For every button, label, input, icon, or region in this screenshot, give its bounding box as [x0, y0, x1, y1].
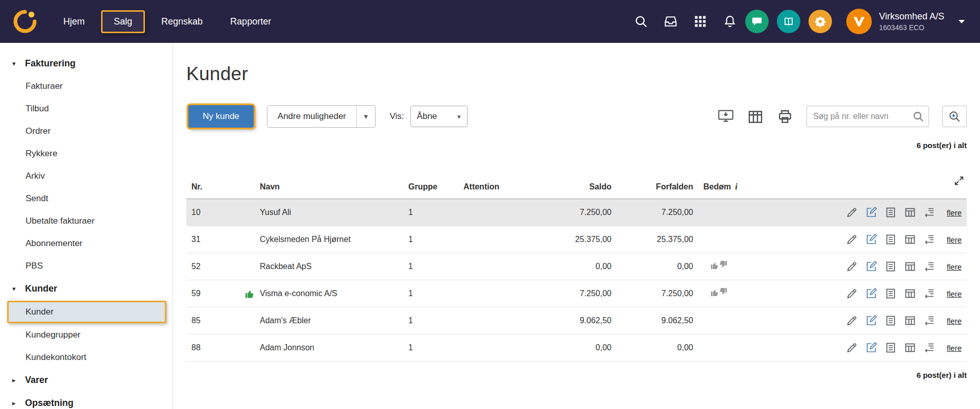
- edit-pencil-icon[interactable]: [846, 315, 858, 327]
- edit-pencil-icon[interactable]: [846, 260, 858, 273]
- table-row[interactable]: 31 Cykelsmeden På Hjørnet 1 25.375,00 25…: [186, 226, 967, 253]
- sidebar: ▾ Fakturering FakturaerTilbudOrdrerRykke…: [0, 43, 173, 409]
- new-customer-button[interactable]: Ny kunde: [188, 105, 254, 128]
- search-icon[interactable]: [634, 14, 648, 29]
- rate-thumbs-icon[interactable]: [710, 260, 728, 271]
- table-row[interactable]: 59 Visma e-conomic A/S 1 7.250,00 7.250,…: [186, 280, 967, 307]
- more-link[interactable]: flere: [947, 344, 962, 352]
- nav-item-hjem[interactable]: Hjem: [52, 10, 96, 33]
- edit-window-icon[interactable]: [865, 206, 877, 219]
- search-box: [806, 106, 929, 127]
- row-actions: flere: [793, 307, 967, 334]
- edit-pencil-icon[interactable]: [846, 287, 858, 300]
- sidebar-item-ordrer[interactable]: Ordrer: [0, 120, 173, 142]
- table-row[interactable]: 85 Adam's Æbler 1 9.062,50 9.062,50: [186, 307, 967, 334]
- more-link[interactable]: flere: [947, 235, 962, 244]
- header-gruppe: Gruppe: [403, 182, 458, 199]
- nav-item-rapporter[interactable]: Rapporter: [219, 10, 282, 33]
- help-book-icon[interactable]: [777, 10, 800, 33]
- settings-gear-icon[interactable]: [808, 10, 832, 33]
- transfer-icon[interactable]: [923, 342, 936, 354]
- sidebar-item-kundegrupper[interactable]: Kundegrupper: [0, 324, 173, 346]
- account-card-icon[interactable]: [885, 233, 897, 246]
- sidebar-item-pbs[interactable]: PBS: [0, 255, 173, 277]
- sidebar-item-kunder[interactable]: Kunder: [7, 301, 166, 323]
- table-row[interactable]: 88 Adam Jonnson 1 0,00 0,00: [186, 334, 967, 362]
- transfer-icon[interactable]: [923, 287, 936, 300]
- transfer-icon[interactable]: [923, 315, 936, 327]
- sidebar-item-arkiv[interactable]: Arkiv: [0, 165, 173, 187]
- sidebar-item-kundekontokort[interactable]: Kundekontokort: [0, 346, 173, 369]
- chevron-down-icon[interactable]: ▾: [357, 112, 375, 121]
- other-options-button[interactable]: Andre muligheder ▾: [267, 105, 376, 128]
- chevron-down-icon[interactable]: [957, 16, 967, 27]
- more-link[interactable]: flere: [947, 208, 962, 217]
- entries-table-icon[interactable]: [904, 206, 916, 219]
- advanced-search-button[interactable]: [942, 106, 967, 127]
- sidebar-item-ubetalte-fakturaer[interactable]: Ubetalte fakturaer: [0, 210, 173, 232]
- account-card-icon[interactable]: [885, 206, 897, 219]
- account-avatar[interactable]: [846, 9, 872, 34]
- print-icon[interactable]: [777, 109, 793, 124]
- customer-number: 52: [186, 253, 242, 280]
- row-actions: flere: [793, 199, 967, 226]
- entries-table-icon[interactable]: [904, 315, 916, 327]
- entries-table-icon[interactable]: [904, 342, 916, 354]
- account-card-icon[interactable]: [885, 287, 897, 300]
- sidebar-item-fakturaer[interactable]: Fakturaer: [0, 75, 173, 98]
- edit-pencil-icon[interactable]: [846, 206, 858, 219]
- table-view-icon[interactable]: [747, 109, 764, 124]
- nav-item-salg[interactable]: Salg: [101, 10, 145, 33]
- customers-table: Nr. Navn Gruppe Attention Saldo Forfalde…: [186, 182, 967, 362]
- visma-logo-icon[interactable]: [13, 10, 37, 33]
- edit-window-icon[interactable]: [865, 342, 877, 354]
- table-row[interactable]: 10 Yusuf Ali 1 7.250,00 7.250,00: [186, 199, 967, 226]
- sidebar-section-opsætning[interactable]: ▸ Opsætning: [0, 392, 173, 409]
- header-forfalden: Forfalden: [617, 182, 698, 199]
- sidebar-item-rykkere[interactable]: Rykkere: [0, 142, 173, 165]
- expand-table-icon[interactable]: [953, 175, 965, 186]
- sidebar-item-abonnementer[interactable]: Abonnementer: [0, 232, 173, 255]
- more-link[interactable]: flere: [947, 262, 962, 271]
- company-info[interactable]: Virksomhed A/S 1603463 ECO: [879, 11, 944, 32]
- main-nav: HjemSalgRegnskabRapporter: [52, 10, 282, 33]
- chat-icon[interactable]: [745, 10, 769, 33]
- customer-name: Adam Jonnson: [242, 334, 403, 362]
- inbox-icon[interactable]: [664, 14, 678, 29]
- view-select[interactable]: Åbne ▾: [410, 106, 468, 127]
- search-input[interactable]: [813, 112, 912, 121]
- edit-pencil-icon[interactable]: [846, 342, 858, 354]
- account-card-icon[interactable]: [885, 315, 897, 327]
- transfer-icon[interactable]: [923, 233, 936, 246]
- edit-window-icon[interactable]: [865, 315, 877, 327]
- nav-item-regnskab[interactable]: Regnskab: [150, 10, 214, 33]
- edit-window-icon[interactable]: [865, 287, 877, 300]
- triangle-icon: ▸: [12, 399, 20, 407]
- more-link[interactable]: flere: [947, 317, 962, 325]
- notifications-bell-icon[interactable]: [723, 14, 737, 29]
- entries-table-icon[interactable]: [904, 287, 916, 300]
- sidebar-item-sendt[interactable]: Sendt: [0, 187, 173, 210]
- sidebar-section-kunder[interactable]: ▾ Kunder: [0, 277, 173, 300]
- transfer-icon[interactable]: [923, 260, 936, 273]
- sidebar-section-varer[interactable]: ▸ Varer: [0, 369, 173, 392]
- edit-window-icon[interactable]: [865, 260, 877, 273]
- customer-balance: 0,00: [532, 334, 617, 362]
- more-link[interactable]: flere: [947, 290, 962, 298]
- apps-grid-icon[interactable]: [693, 14, 707, 29]
- sidebar-section-fakturering[interactable]: ▾ Fakturering: [0, 52, 173, 75]
- table-row[interactable]: 52 Rackbeat ApS 1 0,00 0,00: [186, 253, 967, 280]
- account-card-icon[interactable]: [885, 260, 897, 273]
- edit-pencil-icon[interactable]: [846, 233, 858, 246]
- entries-table-icon[interactable]: [904, 260, 916, 273]
- transfer-icon[interactable]: [923, 206, 936, 219]
- rate-thumbs-icon[interactable]: [710, 287, 728, 298]
- customer-number: 88: [186, 334, 242, 362]
- search-icon[interactable]: [912, 110, 924, 123]
- account-card-icon[interactable]: [885, 342, 897, 354]
- show-on-screen-icon[interactable]: [718, 109, 734, 124]
- entries-table-icon[interactable]: [904, 233, 916, 246]
- edit-window-icon[interactable]: [865, 233, 877, 246]
- info-icon[interactable]: i: [735, 182, 737, 191]
- sidebar-item-tilbud[interactable]: Tilbud: [0, 98, 173, 120]
